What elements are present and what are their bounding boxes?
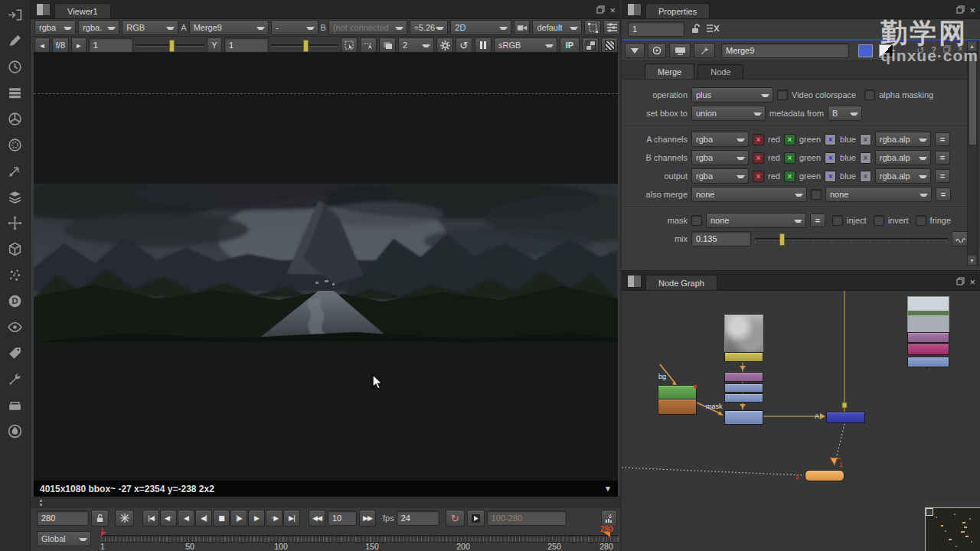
also-merge-dropdown-2[interactable]: none (825, 187, 932, 202)
set-bbox-dropdown[interactable]: union (691, 106, 766, 121)
toolsets-wrench-icon[interactable] (4, 367, 27, 390)
a-red-checkbox[interactable]: × (753, 134, 764, 145)
node-magenta-right[interactable] (907, 344, 949, 355)
scroll-up-icon[interactable]: ▲ (968, 41, 976, 51)
b-channels-link-button[interactable]: = (935, 151, 950, 165)
mask-dropdown[interactable]: none (706, 213, 806, 228)
output-dropdown[interactable]: rgba (691, 168, 749, 184)
play-range-icon[interactable] (467, 510, 485, 527)
node-purple-right[interactable] (907, 332, 949, 343)
b-blue-checkbox[interactable]: × (825, 152, 836, 164)
furnace-icon[interactable] (4, 419, 27, 442)
node-yellow[interactable] (724, 352, 763, 362)
goto-start-button[interactable]: |◀ (142, 510, 159, 527)
monitor-output-icon[interactable] (669, 43, 691, 58)
fps-field[interactable]: 24 (397, 510, 439, 526)
overlay-toggle-icon[interactable] (379, 37, 396, 53)
jump-forward-button[interactable]: ▶▶ (359, 510, 376, 527)
max-panels-field[interactable]: 1 (628, 21, 684, 37)
also-merge-dropdown-1[interactable]: none (691, 187, 807, 202)
viewer-scroll-strip[interactable] (31, 497, 620, 508)
output-blue-checkbox[interactable]: × (825, 171, 836, 182)
checkerboard-icon[interactable] (582, 37, 599, 53)
stripes-icon[interactable] (601, 37, 618, 53)
panel-menu-button[interactable] (627, 275, 642, 288)
output-link-button[interactable]: = (935, 169, 950, 183)
b-channels-dropdown[interactable]: rgba (691, 150, 749, 165)
jump-back-button[interactable]: ◀◀ (309, 510, 325, 527)
tab-node-graph[interactable]: Node Graph (645, 275, 717, 290)
invert-checkbox[interactable] (874, 215, 884, 226)
node-graph-canvas[interactable]: bg mask A 1 2 (622, 291, 980, 551)
play-backward-button[interactable]: ◀ (178, 510, 194, 527)
inject-checkbox[interactable] (832, 215, 843, 226)
output-green-checkbox[interactable]: × (784, 171, 795, 182)
float-panel-icon[interactable] (956, 5, 965, 15)
node-blue-2[interactable] (724, 393, 763, 403)
mix-field[interactable]: 0.135 (691, 231, 751, 246)
node-graph-minimap[interactable] (925, 507, 980, 551)
viewer-colorspace-dropdown[interactable]: sRGB (494, 37, 557, 53)
node-orange-fg[interactable] (658, 399, 697, 415)
gain-field[interactable]: 1 (89, 37, 133, 53)
node-thumbnail-landscape[interactable] (907, 296, 949, 334)
metadata-from-dropdown[interactable]: B (828, 106, 862, 121)
tab-viewer1[interactable]: Viewer1 (54, 3, 111, 18)
loop-mode-icon[interactable]: ↻ (446, 510, 465, 527)
close-panel-icon[interactable]: × (969, 7, 975, 15)
play-forward-button[interactable]: ▶ (248, 510, 265, 527)
node-blue-right[interactable] (907, 357, 949, 367)
node-viewer[interactable] (805, 470, 844, 481)
float-panel-icon[interactable] (596, 5, 605, 15)
gain-step-up-icon[interactable]: ▸ (71, 37, 87, 53)
in-marker-flag[interactable] (101, 532, 106, 536)
tab-properties[interactable]: Properties (645, 3, 710, 18)
node-color-swatch[interactable] (858, 44, 873, 57)
a-channels-link-button[interactable]: = (935, 132, 950, 146)
time-icon[interactable] (4, 55, 27, 78)
scroll-down-icon[interactable]: ▼ (968, 256, 976, 265)
b-green-checkbox[interactable]: × (784, 152, 795, 164)
cube-3d-icon[interactable] (4, 237, 27, 260)
node-name-field[interactable]: Merge9 (721, 43, 849, 58)
gamma-toggle-button[interactable]: Y (207, 37, 222, 53)
draw-icon[interactable] (4, 29, 27, 52)
aperture-button[interactable]: f/8 (52, 37, 69, 53)
input-process-button[interactable]: IP (560, 37, 580, 53)
scrollbar-thumb[interactable] (969, 52, 977, 145)
node-blue-1[interactable] (724, 383, 763, 393)
also-merge-link-button[interactable]: = (936, 187, 951, 201)
output-red-checkbox[interactable]: × (753, 171, 764, 182)
video-colorspace-checkbox[interactable] (777, 90, 788, 100)
channel-icon[interactable] (4, 81, 27, 104)
ab-blend-dropdown[interactable]: - (271, 20, 318, 35)
b-alpha-checkbox[interactable]: × (860, 152, 871, 164)
merge-icon[interactable] (4, 185, 27, 208)
close-panel-icon[interactable]: × (609, 7, 616, 15)
timeline-options-icon[interactable] (601, 510, 617, 527)
b-red-checkbox[interactable]: × (753, 152, 764, 164)
mix-slider[interactable] (755, 233, 948, 244)
keyer-icon[interactable] (4, 159, 27, 182)
node-wrench-icon[interactable] (694, 43, 715, 58)
filter-icon[interactable] (4, 133, 27, 156)
out-marker-flag[interactable] (603, 532, 610, 537)
node-blue-wide[interactable] (724, 410, 763, 425)
marquee-select-icon[interactable] (341, 37, 358, 53)
output-alpha-dropdown[interactable]: rgba.alp (875, 168, 931, 184)
unlock-panels-icon[interactable] (691, 23, 701, 35)
transform-icon[interactable] (4, 211, 27, 234)
goto-end-button[interactable]: ▶| (283, 510, 300, 527)
lock-camera-icon[interactable] (514, 20, 531, 35)
roi-icon[interactable] (584, 20, 601, 35)
operation-dropdown[interactable]: plus (691, 87, 773, 103)
center-node-icon[interactable] (648, 43, 666, 58)
a-alpha-checkbox[interactable]: × (860, 134, 871, 145)
b-input-dropdown[interactable]: (not connected (328, 20, 407, 35)
color-icon[interactable] (4, 107, 27, 130)
mask-link-button[interactable]: = (810, 214, 825, 227)
a-input-dropdown[interactable]: Merge9 (189, 20, 270, 35)
fringe-checkbox[interactable] (916, 215, 926, 226)
close-node-panel-icon[interactable]: × (958, 45, 963, 56)
tab-merge[interactable]: Merge (645, 64, 694, 79)
